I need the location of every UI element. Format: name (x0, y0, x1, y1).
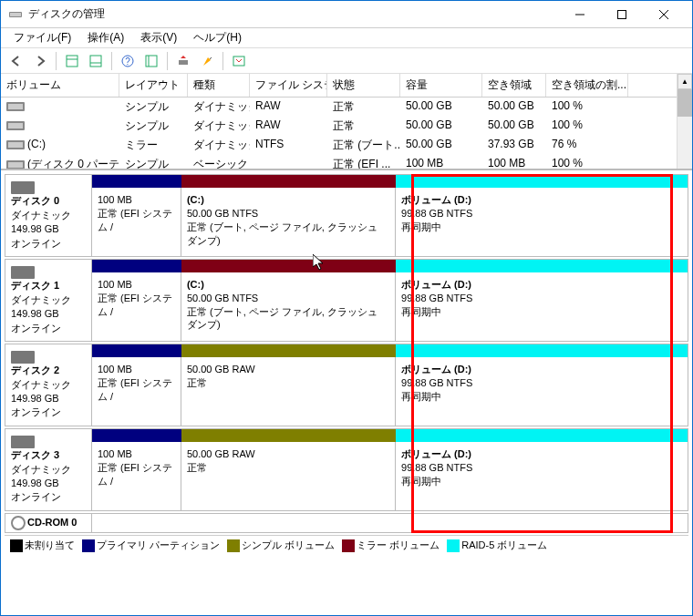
partition[interactable]: 100 MB正常 (EFI システム / (92, 442, 181, 510)
menubar: ファイル(F) 操作(A) 表示(V) ヘルプ(H) (1, 28, 692, 48)
svg-rect-15 (233, 56, 244, 66)
partition[interactable]: ボリューム (D:)99.88 GB NTFS再同期中 (396, 272, 688, 341)
svg-rect-6 (67, 56, 78, 67)
disk-block: ディスク 1ダイナミック149.98 GBオンライン100 MB正常 (EFI … (5, 259, 688, 342)
legend-swatch-raid5 (447, 539, 460, 552)
app-icon (8, 7, 23, 22)
svg-rect-8 (90, 56, 101, 67)
settings-button[interactable] (141, 51, 161, 71)
col-status[interactable]: 状態 (327, 74, 400, 97)
volume-icon (6, 121, 25, 130)
disk-block: ディスク 0ダイナミック149.98 GBオンライン100 MB正常 (EFI … (5, 174, 688, 257)
legend-swatch-mirror (342, 539, 355, 552)
partition[interactable]: (C:)50.00 GB NTFS正常 (ブート, ページ ファイル, クラッシ… (181, 188, 396, 256)
disk-icon (11, 436, 35, 448)
svg-rect-3 (618, 10, 626, 18)
menu-view[interactable]: 表示(V) (133, 28, 184, 47)
partition[interactable]: 50.00 GB RAW正常 (181, 357, 396, 426)
menu-file[interactable]: ファイル(F) (6, 28, 78, 47)
view-top-button[interactable] (62, 51, 82, 71)
volume-icon (6, 140, 25, 149)
svg-rect-12 (146, 56, 157, 67)
volume-icon (6, 102, 25, 111)
disk-info[interactable]: ディスク 2ダイナミック149.98 GBオンライン (5, 344, 92, 426)
partition[interactable]: 100 MB正常 (EFI システム / (92, 188, 181, 256)
col-pct[interactable]: 空き領域の割... (546, 74, 628, 97)
col-layout[interactable]: レイアウト (119, 74, 188, 97)
legend-mirror: ミラー ボリューム (357, 539, 440, 550)
disk-block: ディスク 2ダイナミック149.98 GBオンライン100 MB正常 (EFI … (5, 344, 688, 426)
disk-block: ディスク 3ダイナミック149.98 GBオンライン100 MB正常 (EFI … (5, 428, 688, 511)
disk-icon (11, 266, 35, 279)
properties-button[interactable] (229, 51, 249, 71)
disk-info[interactable]: ディスク 1ダイナミック149.98 GBオンライン (5, 260, 92, 341)
partition[interactable]: 100 MB正常 (EFI システム / (92, 357, 181, 426)
partition[interactable]: ボリューム (D:)99.88 GB NTFS再同期中 (396, 357, 688, 426)
scroll-up-button[interactable]: ▲ (677, 74, 692, 89)
volume-list-pane: ボリューム レイアウト 種類 ファイル システム 状態 容量 空き領域 空き領域… (1, 74, 692, 170)
partition[interactable]: 100 MB正常 (EFI システム / (92, 272, 181, 341)
disk-info[interactable]: ディスク 0ダイナミック149.98 GBオンライン (5, 175, 92, 256)
disk-map-pane: ディスク 0ダイナミック149.98 GBオンライン100 MB正常 (EFI … (1, 170, 692, 615)
toolbar: ? (1, 48, 692, 74)
close-button[interactable] (643, 1, 685, 28)
table-row[interactable]: シンプルダイナミックRAW正常50.00 GB50.00 GB100 % (1, 117, 677, 136)
cdrom-icon (11, 516, 26, 530)
legend-swatch-simple (227, 539, 240, 552)
disk-info[interactable]: ディスク 3ダイナミック149.98 GBオンライン (5, 429, 92, 510)
back-button[interactable] (6, 51, 26, 71)
minimize-button[interactable] (559, 1, 601, 28)
legend-unalloc: 未割り当て (25, 539, 75, 550)
legend: 未割り当て プライマリ パーティション シンプル ボリューム ミラー ボリューム… (5, 535, 688, 555)
legend-primary: プライマリ パーティション (97, 539, 220, 550)
col-capacity[interactable]: 容量 (400, 74, 482, 97)
partition[interactable]: 50.00 GB RAW正常 (181, 442, 396, 510)
disk-icon (11, 181, 35, 194)
table-header: ボリューム レイアウト 種類 ファイル システム 状態 容量 空き領域 空き領域… (1, 74, 677, 98)
col-fs[interactable]: ファイル システム (250, 74, 327, 97)
svg-rect-1 (10, 13, 21, 16)
partition[interactable]: ボリューム (D:)99.88 GB NTFS再同期中 (396, 188, 688, 256)
legend-simple: シンプル ボリューム (242, 539, 335, 550)
legend-raid5: RAID-5 ボリューム (461, 539, 547, 550)
partition[interactable]: ボリューム (D:)99.88 GB NTFS再同期中 (396, 442, 688, 510)
window-title: ディスクの管理 (28, 6, 559, 22)
view-bottom-button[interactable] (86, 51, 106, 71)
cdrom-name: CD-ROM 0 (27, 517, 77, 528)
scrollbar[interactable]: ▲ ▼ (677, 74, 692, 170)
action1-button[interactable] (173, 51, 193, 71)
maximize-button[interactable] (601, 1, 643, 28)
help-button[interactable]: ? (118, 51, 138, 71)
svg-rect-14 (179, 60, 188, 65)
col-volume[interactable]: ボリューム (1, 74, 119, 97)
table-row[interactable]: (ディスク 0 パーティシ...シンプルベーシック正常 (EFI ...100 … (1, 155, 677, 170)
legend-swatch-primary (82, 539, 95, 552)
cdrom-block[interactable]: CD-ROM 0 (5, 513, 688, 533)
svg-text:?: ? (125, 56, 130, 67)
forward-button[interactable] (30, 51, 50, 71)
action2-button[interactable] (197, 51, 217, 71)
titlebar: ディスクの管理 (1, 1, 692, 28)
legend-swatch-unalloc (10, 539, 23, 552)
disk-icon (11, 351, 35, 364)
col-free[interactable]: 空き領域 (482, 74, 546, 97)
menu-action[interactable]: 操作(A) (80, 28, 131, 47)
table-row[interactable]: シンプルダイナミックRAW正常50.00 GB50.00 GB100 % (1, 98, 677, 117)
table-row[interactable]: (C:)ミラーダイナミックNTFS正常 (ブート...50.00 GB37.93… (1, 136, 677, 155)
partition[interactable]: (C:)50.00 GB NTFS正常 (ブート, ページ ファイル, クラッシ… (181, 272, 396, 341)
volume-icon (6, 160, 25, 169)
menu-help[interactable]: ヘルプ(H) (186, 28, 249, 47)
col-type[interactable]: 種類 (188, 74, 250, 97)
scroll-thumb[interactable] (677, 89, 692, 117)
